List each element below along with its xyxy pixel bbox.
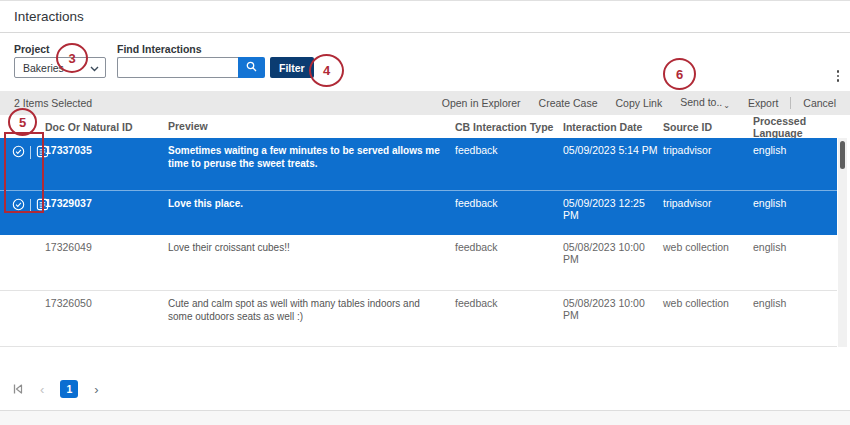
cell-date: 05/08/2023 10:00 PM [563, 235, 663, 290]
cell-preview: Love their croissant cubes!! [168, 235, 455, 290]
project-label: Project [14, 43, 50, 55]
cell-preview: Love this place. [168, 191, 455, 235]
prev-page-icon[interactable]: ‹ [40, 382, 44, 397]
create-case-button[interactable]: Create Case [539, 97, 598, 109]
chevron-down-icon [90, 62, 99, 74]
col-source-id[interactable]: Source ID [663, 121, 753, 133]
interactions-page: Interactions Project Find Interactions B… [0, 0, 850, 425]
search-icon [246, 60, 257, 75]
cell-date: 05/09/2023 5:14 PM [563, 138, 663, 190]
table-row[interactable]: 17326050 Cute and calm spot as well with… [0, 291, 837, 347]
open-in-explorer-button[interactable]: Open in Explorer [442, 97, 521, 109]
annotation-badge-4: 4 [309, 54, 344, 87]
table-row[interactable]: 17326049 Love their croissant cubes!! fe… [0, 235, 837, 291]
table-header: Doc Or Natural ID Preview CB Interaction… [0, 115, 850, 138]
cell-type: feedback [455, 138, 563, 190]
cell-doc-id: 17326049 [45, 235, 168, 290]
cell-preview: Sometimes waiting a few minutes to be se… [168, 138, 455, 190]
cell-type: feedback [455, 291, 563, 346]
col-doc-or-natural-id[interactable]: Doc Or Natural ID [45, 121, 168, 133]
footer-band [0, 410, 850, 425]
send-to-button[interactable]: Send to..⌄ [680, 96, 730, 110]
find-interactions-label: Find Interactions [117, 43, 202, 55]
selection-toolbar: 2 Items Selected Open in Explorer Create… [0, 91, 850, 115]
cell-source: web collection [663, 291, 753, 346]
col-processed-language[interactable]: Processed Language [753, 115, 837, 139]
cell-doc-id: 17326050 [45, 291, 168, 346]
next-page-icon[interactable]: › [94, 382, 98, 397]
divider [0, 32, 850, 33]
cell-language: english [753, 191, 837, 235]
kebab-menu-icon[interactable] [831, 67, 845, 85]
scrollbar-track[interactable] [838, 138, 847, 347]
cell-language: english [753, 235, 837, 290]
annotation-badge-6: 6 [663, 58, 696, 90]
col-preview[interactable]: Preview [168, 120, 455, 133]
search-button[interactable] [238, 57, 265, 78]
toolbar-divider [790, 97, 791, 109]
table-body: 17337035 Sometimes waiting a few minutes… [0, 138, 837, 347]
cell-source: tripadvisor [663, 138, 753, 190]
cell-doc-id: 17329037 [45, 191, 168, 235]
cell-language: english [753, 138, 837, 190]
col-cb-interaction-type[interactable]: CB Interaction Type [455, 121, 563, 133]
cell-source: web collection [663, 235, 753, 290]
cell-date: 05/08/2023 10:00 PM [563, 291, 663, 346]
filter-button[interactable]: Filter [270, 57, 314, 78]
first-page-icon[interactable] [12, 383, 24, 395]
cell-doc-id: 17337035 [45, 138, 168, 190]
cell-language: english [753, 291, 837, 346]
scrollbar-thumb[interactable] [840, 141, 845, 169]
annotation-rectangle-5 [4, 132, 44, 213]
current-page-button[interactable]: 1 [60, 380, 78, 398]
cell-preview: Cute and calm spot as well with many tab… [168, 291, 455, 346]
cell-source: tripadvisor [663, 191, 753, 235]
find-interactions-input[interactable] [117, 57, 238, 78]
annotation-badge-3: 3 [56, 43, 88, 73]
send-to-arrow-icon: ⌄ [723, 101, 730, 110]
cancel-button[interactable]: Cancel [803, 97, 836, 109]
col-interaction-date[interactable]: Interaction Date [563, 121, 663, 133]
cell-date: 05/09/2023 12:25 PM [563, 191, 663, 235]
table-row[interactable]: 17329037 Love this place. feedback 05/09… [0, 191, 837, 235]
cell-type: feedback [455, 191, 563, 235]
cell-type: feedback [455, 235, 563, 290]
copy-link-button[interactable]: Copy Link [616, 97, 663, 109]
selected-count: 2 Items Selected [14, 97, 92, 109]
page-title: Interactions [14, 9, 84, 24]
export-button[interactable]: Export [748, 97, 778, 109]
table-row[interactable]: 17337035 Sometimes waiting a few minutes… [0, 138, 837, 191]
pagination: ‹ 1 › [12, 380, 99, 398]
